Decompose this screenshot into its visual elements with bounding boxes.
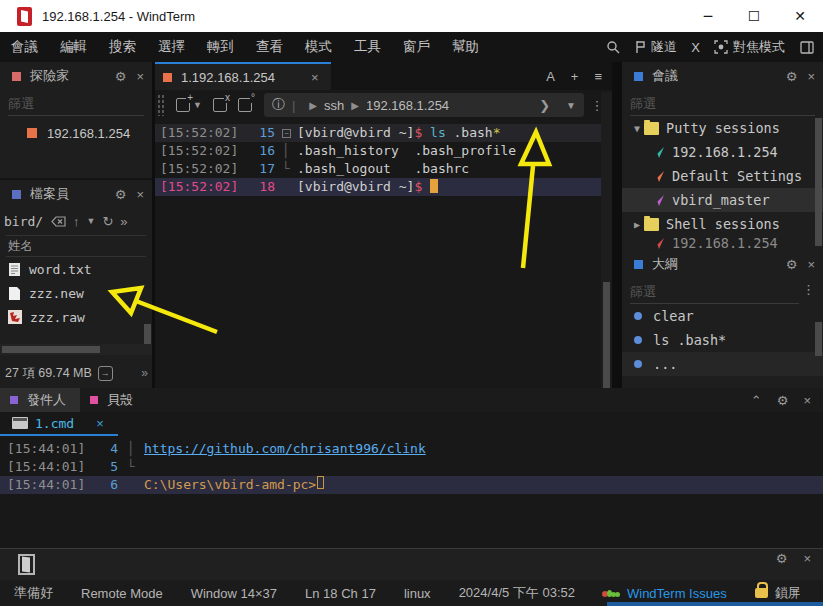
subtab-close-icon[interactable]: × xyxy=(96,416,104,431)
parent-folder-icon[interactable]: ↑ xyxy=(73,214,80,229)
menu-select[interactable]: 選擇 xyxy=(147,38,196,56)
gear-icon[interactable]: ⚙ xyxy=(786,257,798,272)
terminal-scrollbar[interactable] xyxy=(601,92,612,388)
window-size-status[interactable]: Window 14×37 xyxy=(191,586,277,601)
new-tab-button[interactable]: + xyxy=(571,69,579,84)
gear-icon[interactable]: ⚙ xyxy=(115,187,127,202)
chevron-up-icon[interactable]: ⌃ xyxy=(751,393,762,408)
session-group[interactable]: ▶ Shell sessions xyxy=(622,212,823,236)
outline-item[interactable]: ls .bash* xyxy=(622,328,823,352)
file-row[interactable]: zzz.new xyxy=(0,281,152,305)
gear-icon[interactable]: ⚙ xyxy=(115,69,127,84)
menu-tools[interactable]: 工具 xyxy=(343,38,392,56)
x-server-button[interactable]: X xyxy=(691,40,700,55)
session-item[interactable]: 192.168.1.254 xyxy=(622,140,823,164)
layout-icon[interactable] xyxy=(799,39,815,55)
name-column-header[interactable]: 姓名 xyxy=(6,235,146,257)
outline-item[interactable]: ... xyxy=(622,352,823,376)
terminal-tab[interactable]: 1.192.168.1.254 × xyxy=(155,62,331,90)
splitter-right[interactable] xyxy=(612,62,622,388)
run-icon[interactable]: ❯ xyxy=(539,98,550,113)
session-new-icon[interactable]: + xyxy=(176,98,190,112)
windterm-issues-link[interactable]: WindTerm Issues xyxy=(603,586,727,601)
menu-goto[interactable]: 轉到 xyxy=(196,38,245,56)
session-close-icon[interactable]: x xyxy=(213,98,227,112)
caret-right-icon[interactable]: ▶ xyxy=(630,219,644,230)
chevron-down-icon[interactable]: ▼ xyxy=(87,216,96,226)
more-toolbar-icon[interactable]: » xyxy=(120,214,127,229)
menu-search[interactable]: 搜索 xyxy=(98,38,147,56)
file-list-scrollbar[interactable] xyxy=(144,324,151,346)
menu-window[interactable]: 窗戶 xyxy=(392,38,441,56)
cmd-subtab[interactable]: 1.cmd × xyxy=(0,412,118,436)
goto-folder-icon[interactable]: → xyxy=(98,366,113,381)
file-row[interactable]: word.txt xyxy=(0,257,152,281)
file-path-input[interactable] xyxy=(4,214,44,229)
outline-item[interactable]: clear xyxy=(622,304,823,328)
close-icon[interactable]: × xyxy=(803,551,811,566)
tab-close-icon[interactable]: × xyxy=(311,70,319,85)
outline-filter-input[interactable] xyxy=(630,284,799,299)
close-icon[interactable]: × xyxy=(807,257,815,272)
kebab-menu-icon[interactable]: ⋮ xyxy=(802,282,815,297)
refresh-icon[interactable]: ↻ xyxy=(102,214,113,229)
search-icon[interactable] xyxy=(605,39,621,55)
more-status-icon[interactable]: » xyxy=(141,366,148,380)
clink-link[interactable]: https://github.com/chrisant996/clink xyxy=(144,440,426,458)
close-icon[interactable]: × xyxy=(803,393,811,408)
close-icon[interactable]: × xyxy=(136,187,144,202)
drag-handle[interactable] xyxy=(157,94,165,116)
chevron-down-icon[interactable]: ▼ xyxy=(193,100,202,110)
os-status[interactable]: linux xyxy=(404,586,431,601)
cursor-position-status[interactable]: Ln 18 Ch 17 xyxy=(305,586,376,601)
splitter-left[interactable] xyxy=(152,62,155,388)
menu-view[interactable]: 查看 xyxy=(245,38,294,56)
door-icon[interactable] xyxy=(18,554,35,575)
close-icon[interactable]: × xyxy=(136,69,144,84)
gear-icon[interactable]: ⚙ xyxy=(776,551,788,566)
minimize-button[interactable]: ─ xyxy=(685,0,731,32)
info-icon[interactable]: ⓘ xyxy=(272,96,285,114)
file-list-hscrollbar[interactable] xyxy=(0,344,152,355)
mode-status[interactable]: Remote Mode xyxy=(81,586,163,601)
close-icon[interactable]: × xyxy=(807,69,815,84)
menu-session[interactable]: 會議 xyxy=(0,38,49,56)
backspace-icon[interactable] xyxy=(51,216,66,227)
caret-down-icon[interactable]: ▼ xyxy=(630,123,644,134)
gear-icon[interactable]: ⚙ xyxy=(777,393,789,408)
explorer-filter-input[interactable] xyxy=(8,96,144,111)
explorer-host-item[interactable]: 192.168.1.254 xyxy=(0,120,152,146)
protocol-segment[interactable]: ssh xyxy=(324,98,344,113)
session-clone-icon[interactable]: ° xyxy=(238,98,252,112)
menu-mode[interactable]: 模式 xyxy=(294,38,343,56)
menu-help[interactable]: 幫助 xyxy=(441,38,490,56)
tab-shell[interactable]: 貝殼 xyxy=(80,388,147,412)
chevron-down-icon[interactable]: ▼ xyxy=(566,100,576,111)
host-segment[interactable]: 192.168.1.254 xyxy=(366,98,449,113)
close-button[interactable]: ✕ xyxy=(777,0,823,32)
session-item[interactable]: Default Settings xyxy=(622,164,823,188)
terminal-output[interactable]: [15:52:02] 15 － [vbird@vbird ~]$ ls .bas… xyxy=(155,120,612,196)
sessions-filter-input[interactable] xyxy=(630,96,815,111)
tab-menu-button[interactable]: ≡ xyxy=(594,69,602,84)
explorer-panel: 探險家 ⚙ × 192.168.1.254 xyxy=(0,62,152,178)
cmd-output[interactable]: [15:44:01] 4 │ https://github.com/chrisa… xyxy=(0,436,823,548)
outline-scrollbar[interactable] xyxy=(815,322,822,356)
tab-sender[interactable]: 發件人 xyxy=(0,388,80,412)
connection-address-bar[interactable]: ⓘ | ▶ ssh ▶ 192.168.1.254 ❯ ▼ xyxy=(264,93,584,117)
gear-icon[interactable]: ⚙ xyxy=(786,69,798,84)
session-item-clipped[interactable]: 192.168.1.254 xyxy=(622,236,823,250)
lock-screen-button[interactable]: 鎖屏 xyxy=(755,584,801,602)
fold-toggle-icon[interactable]: － xyxy=(275,124,297,142)
maximize-button[interactable]: ☐ xyxy=(731,0,777,32)
session-item-selected[interactable]: vbird_master xyxy=(622,188,823,212)
sessions-scrollbar[interactable] xyxy=(815,118,822,246)
file-count-status: 27 項 69.74 MB xyxy=(5,365,92,382)
session-group[interactable]: ▼ Putty sessions xyxy=(622,116,823,140)
file-row[interactable]: zzz.raw xyxy=(0,305,152,329)
menu-edit[interactable]: 編輯 xyxy=(49,38,98,56)
focus-mode-button[interactable]: 對焦模式 xyxy=(714,38,785,56)
tunnel-button[interactable]: 隧道 xyxy=(635,38,677,56)
font-size-button[interactable]: A xyxy=(546,69,555,84)
sender-tab-label: 發件人 xyxy=(27,391,66,409)
